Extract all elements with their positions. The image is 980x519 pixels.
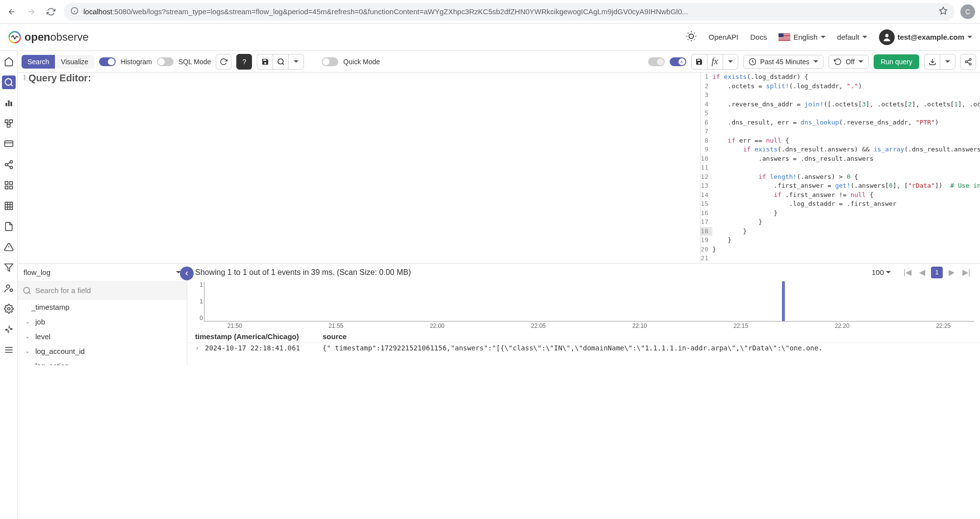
run-query-button[interactable]: Run query <box>874 54 919 69</box>
sidebar-home[interactable] <box>2 55 16 69</box>
function-button[interactable]: fx <box>707 54 723 70</box>
svg-line-19 <box>10 84 12 86</box>
function-save-button[interactable] <box>691 54 707 70</box>
openapi-link[interactable]: OpenAPI <box>708 33 738 41</box>
sidebar-metrics[interactable] <box>2 96 16 110</box>
sql-mode-toggle[interactable] <box>157 57 174 66</box>
sidebar-pipelines[interactable] <box>2 158 16 172</box>
sidebar-reports[interactable] <box>2 220 16 233</box>
save-dropdown[interactable] <box>288 54 304 70</box>
reload-button[interactable] <box>44 5 58 19</box>
bookmark-star-icon[interactable] <box>939 6 948 17</box>
quick-mode-toggle[interactable] <box>322 57 338 66</box>
svg-line-34 <box>7 162 10 164</box>
share-button[interactable] <box>960 54 976 70</box>
svg-point-49 <box>7 308 10 310</box>
sidebar-iam[interactable] <box>2 281 16 295</box>
theme-toggle-icon[interactable] <box>686 31 697 43</box>
svg-rect-25 <box>7 124 10 127</box>
svg-point-18 <box>5 79 11 85</box>
svg-line-60 <box>967 60 970 61</box>
logo-text: openobserve <box>25 31 89 44</box>
svg-point-61 <box>24 287 29 293</box>
sidebar-streams[interactable] <box>2 199 16 213</box>
function-dropdown[interactable] <box>723 54 738 70</box>
org-selector[interactable]: default <box>837 33 867 41</box>
svg-line-59 <box>967 62 970 64</box>
flag-us-icon <box>779 33 790 41</box>
pager-current: 1 <box>931 267 943 278</box>
collapse-fields-button[interactable] <box>180 267 194 280</box>
svg-line-62 <box>28 292 30 294</box>
chevron-down-icon <box>813 60 818 63</box>
sidebar-dashboards[interactable] <box>2 178 16 192</box>
query-editor[interactable]: 1 Query Editor: <box>18 73 701 263</box>
svg-rect-20 <box>5 103 7 106</box>
page-size-selector[interactable]: 100 <box>872 268 891 276</box>
sidebar-traces[interactable] <box>2 117 16 130</box>
sidebar-functions[interactable] <box>2 261 16 274</box>
field-search-input[interactable]: Search for a field <box>18 281 187 300</box>
histogram-chart[interactable]: 110 21:5021:5522:0022:0522:1022:1522:202… <box>193 281 974 330</box>
stream-selector[interactable]: flow_log <box>18 264 187 281</box>
field-item[interactable]: _timestamp <box>18 300 187 315</box>
refresh-fields-button[interactable] <box>216 54 231 70</box>
pager-prev[interactable]: ◀ <box>916 267 928 278</box>
stream-name: flow_log <box>24 268 50 276</box>
field-item[interactable]: ⌄log_action <box>18 359 187 365</box>
site-info-icon[interactable] <box>71 7 78 16</box>
field-item[interactable]: ⌄job <box>18 315 187 329</box>
browser-profile-avatar[interactable]: C <box>960 4 975 19</box>
field-item[interactable]: ⌄level <box>18 329 187 344</box>
svg-point-57 <box>965 61 967 63</box>
histogram-toggle[interactable] <box>99 57 116 66</box>
url-bar[interactable]: localhost:5080/web/logs?stream_type=logs… <box>64 3 955 21</box>
download-dropdown[interactable] <box>940 54 955 70</box>
language-label: English <box>793 33 817 41</box>
function-toggle[interactable]: ∧ <box>670 57 686 66</box>
table-row[interactable]: ›2024-10-17 22:18:41.061{"_timestamp":17… <box>187 343 980 353</box>
search-tab[interactable]: Search <box>22 55 55 69</box>
help-button[interactable]: ? <box>236 54 252 70</box>
svg-point-47 <box>6 285 10 288</box>
user-menu[interactable]: test@example.com <box>879 29 972 45</box>
sidebar-about[interactable] <box>2 343 16 357</box>
download-button[interactable] <box>924 54 940 70</box>
org-label: default <box>837 33 859 41</box>
pager-next[interactable]: ▶ <box>946 267 957 278</box>
th-timestamp[interactable]: timestamp (America/Chicago) <box>195 332 323 341</box>
function-editor[interactable]: 1if exists(.log_dstaddr) {2 .octets = sp… <box>701 73 980 263</box>
sidebar-slack[interactable] <box>2 322 16 336</box>
svg-point-30 <box>10 161 12 163</box>
svg-line-12 <box>694 39 695 40</box>
mode-segment: Search Visualize <box>22 55 94 69</box>
visualize-tab[interactable]: Visualize <box>55 55 94 69</box>
saved-search-button[interactable] <box>273 54 288 70</box>
svg-line-15 <box>688 39 688 40</box>
forward-button[interactable] <box>25 5 38 19</box>
field-search-placeholder: Search for a field <box>35 286 91 295</box>
pager-first[interactable]: |◀ <box>902 267 913 278</box>
chevron-down-icon <box>862 36 867 38</box>
th-source[interactable]: source <box>323 332 347 341</box>
pager-last[interactable]: ▶| <box>960 267 972 278</box>
docs-link[interactable]: Docs <box>750 33 767 41</box>
svg-rect-39 <box>5 202 12 210</box>
auto-refresh-picker[interactable]: Off <box>829 55 869 69</box>
sidebar-settings[interactable] <box>2 302 16 316</box>
vrl-toggle[interactable] <box>648 57 665 66</box>
time-range-label: Past 45 Minutes <box>760 58 809 66</box>
field-item[interactable]: ⌄log_account_id <box>18 344 187 359</box>
user-email: test@example.com <box>898 33 964 41</box>
time-range-picker[interactable]: Past 45 Minutes <box>743 55 824 69</box>
back-button[interactable] <box>5 5 19 19</box>
sidebar-logs[interactable] <box>2 75 16 89</box>
histogram-label: Histogram <box>121 58 152 66</box>
svg-point-32 <box>10 166 12 169</box>
svg-rect-37 <box>9 186 12 189</box>
app-logo[interactable]: openobserve <box>8 30 89 44</box>
language-selector[interactable]: English <box>779 33 825 41</box>
sidebar-rum[interactable] <box>2 137 16 151</box>
sidebar-alerts[interactable] <box>2 240 16 254</box>
save-button[interactable] <box>257 54 273 70</box>
